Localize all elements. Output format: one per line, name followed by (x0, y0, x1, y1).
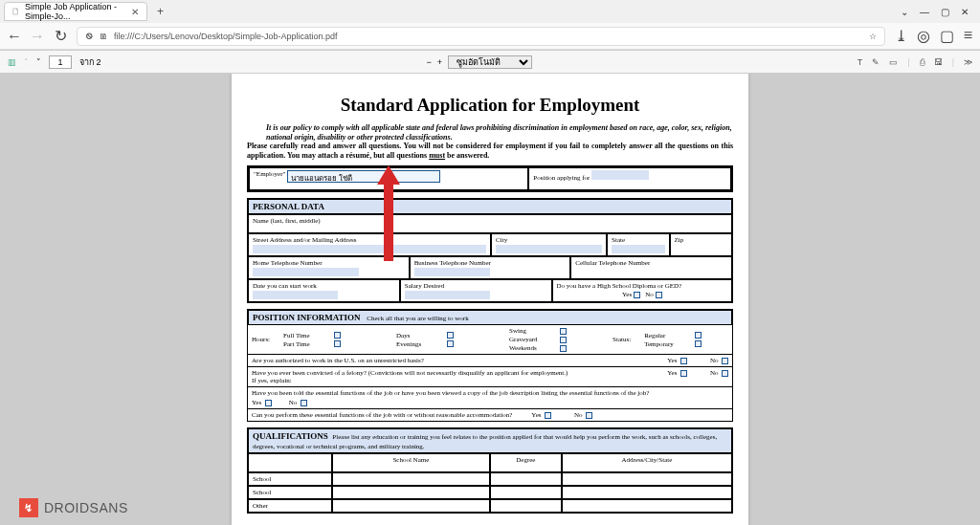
other-degree[interactable] (490, 499, 562, 513)
swing-checkbox[interactable] (560, 328, 567, 335)
forward-button[interactable]: → (31, 30, 44, 43)
personal-data-section: PERSONAL DATA Name (last, first, middle)… (247, 198, 733, 303)
url-bar[interactable]: 🛇 🗎 file:///C:/Users/Lenovo/Desktop/Simp… (77, 27, 885, 46)
school1-address[interactable] (562, 472, 732, 486)
file-icon: 🗎 (100, 32, 108, 41)
bookmark-icon[interactable]: ☆ (869, 32, 877, 41)
functions-question: Have you been told the essential functio… (248, 386, 732, 408)
school1-name[interactable] (332, 472, 490, 486)
col-address: Address/City/State (562, 453, 732, 472)
chevron-down-icon[interactable]: ⌄ (901, 7, 908, 17)
menu-icon[interactable]: ≡ (964, 27, 972, 45)
page-down-icon[interactable]: ˅ (36, 57, 41, 67)
days-checkbox[interactable] (447, 332, 454, 339)
url-text: file:///C:/Users/Lenovo/Desktop/Simple-J… (114, 32, 338, 41)
authorized-question: Are you authorized to work in the U.S. o… (248, 354, 732, 366)
text-tool-icon[interactable]: T (858, 57, 863, 67)
qualifications-header: QUALIFICATIONS Please list any education… (248, 428, 732, 453)
other-name[interactable] (332, 499, 490, 513)
pdf-page: Standard Application for Employment It i… (232, 74, 748, 525)
divider: | (907, 57, 909, 67)
felony-no-checkbox[interactable] (722, 370, 728, 377)
state-field[interactable]: State (607, 233, 669, 256)
regular-checkbox[interactable] (695, 332, 702, 339)
school2-address[interactable] (562, 486, 732, 499)
biz-phone-field[interactable]: Business Telephone Number (410, 256, 571, 279)
policy-text: It is our policy to comply with all appl… (247, 123, 733, 160)
pdf-viewer: Standard Application for Employment It i… (0, 74, 980, 525)
accom-yes-checkbox[interactable] (545, 412, 551, 419)
employer-input[interactable]: นายแอนดรอย ใช่ดี (287, 170, 440, 183)
print-icon[interactable]: ⎙ (920, 57, 924, 67)
save-icon[interactable]: 🖫 (934, 57, 943, 67)
salary-field[interactable]: Salary Desired (400, 279, 552, 302)
account-icon[interactable]: ◎ (917, 27, 930, 45)
fulltime-checkbox[interactable] (334, 332, 341, 339)
page-up-icon[interactable]: ˄ (24, 57, 29, 67)
auth-yes-checkbox[interactable] (680, 358, 687, 364)
school2-name[interactable] (332, 486, 490, 499)
weekends-checkbox[interactable] (560, 345, 567, 352)
browser-tab[interactable]: Simple Job Application - Simple-Jo... ✕ (4, 2, 147, 21)
hours-row: Hours: Full Time Part Time Days Evenings… (248, 325, 732, 354)
school1-degree[interactable] (490, 472, 562, 486)
accom-no-checkbox[interactable] (586, 412, 592, 419)
city-field[interactable]: City (491, 233, 607, 256)
zoom-in-button[interactable]: + (437, 57, 442, 67)
street-field[interactable]: Street Address and/or Mailing Address (248, 233, 491, 256)
sidebar-toggle-icon[interactable]: ▥ (8, 57, 16, 67)
other-address[interactable] (562, 499, 732, 513)
parttime-checkbox[interactable] (334, 340, 341, 347)
diploma-field: Do you have a High School Diploma or GED… (552, 279, 733, 302)
minimize-icon[interactable]: — (920, 7, 929, 17)
position-input[interactable] (591, 170, 649, 180)
start-date-field[interactable]: Date you can start work (248, 279, 400, 302)
position-info-section: POSITION INFORMATION Check all that you … (247, 309, 733, 422)
row-other: Other (248, 499, 332, 513)
watermark-text: DROIDSANS (44, 500, 128, 515)
func-no-checkbox[interactable] (301, 400, 307, 406)
employer-table: "Employer" นายแอนดรอย ใช่ดี Position app… (247, 165, 733, 192)
close-window-icon[interactable]: ✕ (961, 7, 969, 17)
name-field[interactable]: Name (last, first, middle) (248, 214, 732, 233)
page-number-input[interactable] (49, 55, 72, 69)
close-tab-icon[interactable]: ✕ (131, 7, 139, 17)
diploma-no-checkbox[interactable] (656, 292, 662, 298)
watermark-badge-icon: ↯ (19, 498, 38, 517)
back-button[interactable]: ← (8, 30, 21, 43)
home-phone-field[interactable]: Home Telephone Number (248, 256, 410, 279)
employer-cell: "Employer" นายแอนดรอย ใช่ดี (249, 167, 528, 190)
zoom-select[interactable]: ซูมอัตโนมัติ (448, 55, 532, 69)
draw-tool-icon[interactable]: ✎ (872, 57, 880, 67)
pdf-tab-icon (12, 7, 19, 16)
evenings-checkbox[interactable] (447, 340, 454, 347)
zoom-controls: − + ซูมอัตโนมัติ (426, 55, 532, 69)
graveyard-checkbox[interactable] (560, 337, 567, 343)
position-info-header: POSITION INFORMATION Check all that you … (248, 310, 732, 325)
window-controls: ⌄ — ▢ ✕ (901, 7, 976, 17)
school2-degree[interactable] (490, 486, 562, 499)
zip-field[interactable]: Zip (670, 233, 732, 256)
accommodation-question: Can you perform these essential function… (248, 408, 732, 421)
tools-icon[interactable]: ≫ (964, 57, 972, 67)
tab-bar: Simple Job Application - Simple-Jo... ✕ … (0, 0, 980, 23)
felony-question: Have you ever been convicted of a felony… (248, 366, 732, 386)
pdf-toolbar: ▥ ˄ ˅ จาก 2 − + ซูมอัตโนมัติ T ✎ ▭ | ⎙ 🖫… (0, 51, 980, 74)
personal-data-header: PERSONAL DATA (248, 199, 732, 214)
cell-phone-field[interactable]: Cellular Telephone Number (570, 256, 732, 279)
reload-button[interactable]: ↻ (54, 30, 67, 43)
felony-yes-checkbox[interactable] (680, 370, 687, 377)
temporary-checkbox[interactable] (695, 340, 702, 347)
auth-no-checkbox[interactable] (722, 358, 728, 364)
new-tab-button[interactable]: + (151, 5, 169, 18)
toolbar-icons: ⤓ ◎ ▢ ≡ (895, 27, 972, 45)
highlight-tool-icon[interactable]: ▭ (889, 57, 898, 67)
extension-icon[interactable]: ▢ (940, 27, 954, 45)
position-cell: Position applying for (528, 167, 731, 190)
func-yes-checkbox[interactable] (265, 400, 272, 406)
zoom-out-button[interactable]: − (426, 57, 431, 67)
maximize-icon[interactable]: ▢ (941, 7, 949, 17)
qualifications-section: QUALIFICATIONS Please list any education… (247, 427, 733, 514)
diploma-yes-checkbox[interactable] (634, 292, 640, 298)
download-icon[interactable]: ⤓ (895, 27, 907, 45)
